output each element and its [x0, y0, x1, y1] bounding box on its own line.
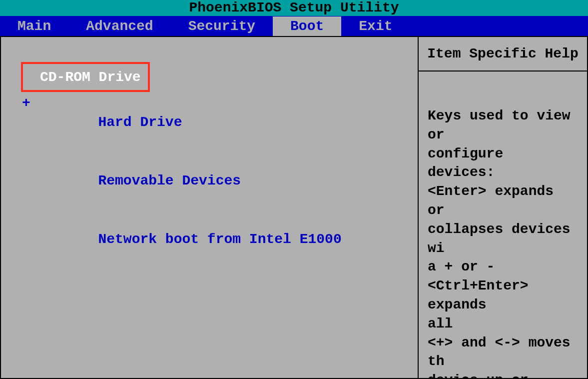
- menu-boot[interactable]: Boot: [273, 16, 341, 36]
- main-panel: CD-ROM Drive Hard Drive Removable Device…: [0, 36, 418, 379]
- selection-highlight: CD-ROM Drive: [21, 62, 150, 92]
- boot-item-label: Hard Drive: [98, 114, 182, 130]
- boot-item-harddrive[interactable]: Hard Drive: [21, 93, 398, 152]
- boot-item-label: Network boot from Intel E1000: [98, 232, 341, 247]
- menu-exit[interactable]: Exit: [341, 16, 410, 36]
- boot-order-list: CD-ROM Drive Hard Drive Removable Device…: [21, 62, 398, 269]
- menu-main[interactable]: Main: [0, 16, 68, 36]
- boot-item-cdrom[interactable]: CD-ROM Drive: [21, 62, 398, 93]
- menu-security[interactable]: Security: [171, 16, 273, 36]
- content-area: CD-ROM Drive Hard Drive Removable Device…: [0, 36, 588, 379]
- app-title: PhoenixBIOS Setup Utility: [189, 0, 399, 16]
- boot-item-label: CD-ROM Drive: [30, 68, 141, 86]
- title-bar: PhoenixBIOS Setup Utility: [0, 0, 588, 16]
- boot-item-label: Removable Devices: [98, 173, 241, 188]
- boot-item-network[interactable]: Network boot from Intel E1000: [21, 210, 398, 269]
- help-panel: Item Specific Help Keys used to view or …: [418, 36, 588, 379]
- menu-advanced[interactable]: Advanced: [68, 16, 170, 36]
- menu-bar: Main Advanced Security Boot Exit: [0, 16, 588, 36]
- help-body: Keys used to view or configure devices: …: [419, 72, 587, 378]
- help-title: Item Specific Help: [419, 37, 587, 72]
- boot-item-removable[interactable]: Removable Devices: [21, 152, 398, 210]
